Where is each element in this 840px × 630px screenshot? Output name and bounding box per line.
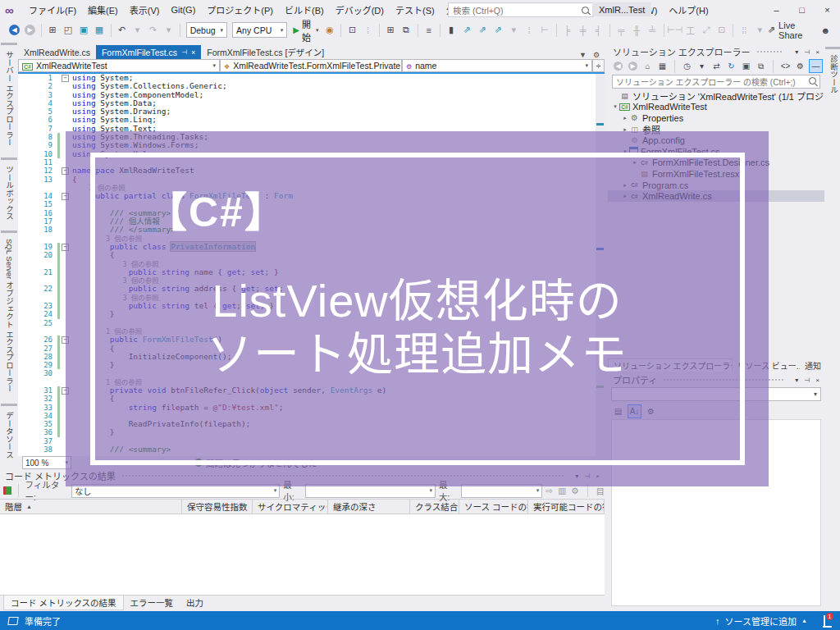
redo-button[interactable]: ↷ — [146, 23, 160, 38]
type-dropdown[interactable]: ❖XmlReadWriteTest.FormXmlFileTest.Privat… — [220, 59, 402, 72]
view-code-icon[interactable]: <> — [779, 60, 792, 72]
menu-item[interactable]: ビルド(B) — [279, 3, 330, 16]
tree-item[interactable]: ▤ソリューション 'XmlReadWriteTest' (1/1 プロジェクト) — [608, 90, 824, 102]
left-dock-tab[interactable]: ツールボックス — [1, 158, 17, 226]
size-to-grid-icon[interactable]: ⊡ — [714, 23, 728, 38]
feedback-person-icon[interactable]: ☻ — [820, 25, 830, 35]
back-icon[interactable]: ◀ — [612, 60, 624, 72]
add-reference-icon[interactable]: ⧉ — [399, 23, 413, 38]
collapse-region-icon[interactable]: − — [62, 75, 69, 82]
export-icon[interactable]: ⇨ — [546, 486, 553, 495]
live-share-button[interactable]: ⇗Live Share — [768, 21, 803, 40]
chevron-down-icon[interactable]: ▾ — [795, 377, 798, 384]
nav-forward-button[interactable]: ▶ — [23, 23, 37, 38]
quick-search-box[interactable]: 検索 (Ctrl+Q) — [448, 2, 594, 17]
chevron-down-icon[interactable]: ▾ — [795, 48, 798, 56]
pending-changes-filter-icon[interactable]: ◷ — [681, 60, 693, 72]
same-size-icon[interactable]: ⤢ — [699, 23, 713, 38]
menu-item[interactable]: ファイル(F) — [23, 3, 82, 16]
close-icon[interactable]: × — [191, 48, 195, 57]
go-to-implementation-icon[interactable]: ⇗ — [476, 23, 490, 38]
menu-item[interactable]: ヘルプ(H) — [663, 3, 714, 16]
redo-dropdown-icon[interactable]: ▾ — [162, 23, 176, 38]
filter-dropdown-icon[interactable]: ▾ — [696, 60, 708, 72]
add-to-source-control-button[interactable]: ソース管理に追加 — [725, 614, 797, 628]
save-button[interactable]: ▣ — [77, 23, 91, 38]
bottom-panel-tab[interactable]: 出力 — [180, 596, 210, 609]
tool-window-tab[interactable]: 通知 — [800, 358, 824, 372]
properties-icon[interactable]: ⚙ — [794, 60, 806, 72]
horizontal-spacing-icon[interactable]: ⁞⁞ — [737, 23, 751, 38]
toolbar-options-icon[interactable]: ▾ — [507, 23, 521, 38]
tab-diagnostic-tools[interactable]: 診断ツール — [825, 47, 840, 100]
copy-view-icon[interactable]: ⧉ — [755, 60, 767, 72]
solution-configuration-dropdown[interactable]: Debug▾ — [186, 22, 227, 38]
metrics-column-header[interactable]: クラス結合 — [410, 500, 459, 514]
pin-icon[interactable]: ⊤ — [803, 377, 810, 383]
metrics-column-header[interactable]: 実行可能コードの行 — [528, 500, 605, 514]
menu-item[interactable]: デバッグ(D) — [330, 3, 390, 16]
project-dropdown[interactable]: C#XmlReadWriteTest ▾ — [18, 59, 220, 72]
tree-item[interactable]: ▸⚙Properties — [608, 112, 824, 124]
forward-icon[interactable]: ▶ — [627, 60, 639, 72]
menu-item[interactable]: プロジェクト(P) — [201, 3, 279, 16]
close-button[interactable]: × — [815, 0, 840, 20]
bottom-panel-tab[interactable]: コード メトリックスの結果 — [3, 596, 124, 610]
guides-icon[interactable]: ⁞ — [523, 23, 536, 38]
left-dock-tab[interactable]: データソース — [1, 404, 17, 464]
close-icon[interactable]: × — [815, 48, 819, 56]
menu-item[interactable]: 表示(V) — [124, 3, 166, 16]
left-dock-tab[interactable]: サーバー エクスプローラー — [1, 43, 17, 153]
zoom-level-dropdown[interactable]: 100 %▾ — [22, 456, 71, 469]
same-width-icon[interactable]: ⊢⊣ — [668, 23, 682, 38]
metrics-column-header[interactable]: 保守容易性指数 — [182, 500, 253, 514]
document-tab[interactable]: XmlReadWrite.cs — [18, 45, 96, 59]
sync-with-active-document-icon[interactable]: ⇄ — [710, 60, 723, 72]
document-list-dropdown-icon[interactable]: ▼ — [579, 51, 587, 59]
bottom-panel-tab[interactable]: エラー一覧 — [124, 596, 180, 609]
open-file-button[interactable]: ◰ — [62, 23, 75, 38]
new-project-button[interactable]: ⊞ — [46, 23, 60, 38]
switch-views-icon[interactable]: ▦ — [656, 60, 669, 72]
go-to-definition-icon[interactable]: ⇗ — [460, 23, 474, 38]
align-bottom-icon[interactable]: ╧ — [646, 23, 660, 38]
metrics-column-header[interactable]: 継承の深さ — [328, 500, 410, 514]
split-editor-button[interactable]: ÷ — [592, 59, 605, 72]
go-to-reference-icon[interactable]: ⇗ — [491, 23, 505, 38]
undo-button[interactable]: ↶ — [115, 23, 129, 38]
bookmark-icon[interactable]: ▮ — [445, 23, 459, 38]
hot-reload-icon[interactable]: ◉ — [322, 23, 336, 38]
tree-item[interactable]: ▾C#XmlReadWriteTest — [608, 102, 824, 113]
anchor-icon[interactable]: ⊢ — [538, 23, 552, 38]
nest-files-icon[interactable]: ▣ — [740, 60, 752, 72]
member-dropdown[interactable]: ⚙name ▾ — [402, 59, 592, 72]
excel-icon[interactable]: ▥ — [558, 486, 566, 495]
find-in-files-icon[interactable]: ⊡ — [345, 23, 359, 38]
align-left-icon[interactable]: ╞ — [560, 23, 574, 38]
home-icon[interactable]: ⌂ — [641, 60, 654, 72]
pin-icon[interactable]: ⊤ — [803, 49, 810, 55]
window-options-icon[interactable]: ⚙ — [593, 51, 600, 59]
pin-icon[interactable]: ⊤ — [180, 49, 188, 55]
document-tab[interactable]: FormXmlFileTest.cs [デザイン] — [201, 45, 330, 59]
menu-item[interactable]: 編集(E) — [82, 3, 124, 16]
more-commands-icon[interactable]: ▾ — [753, 23, 767, 38]
collapse-all-icon[interactable]: — — [809, 59, 823, 73]
settings-gear-icon[interactable]: ⚙ — [571, 486, 578, 495]
nav-back-button[interactable]: ◀ — [7, 23, 21, 38]
start-debug-button[interactable]: ▶開始▾ — [293, 17, 318, 43]
refresh-icon[interactable]: ↻ — [725, 60, 737, 72]
metrics-column-header[interactable]: ソース コードの行 — [459, 500, 528, 514]
tree-expander-icon[interactable]: ▸ — [621, 115, 629, 121]
document-tab[interactable]: FormXmlFileTest.cs⊤× — [96, 45, 201, 59]
undo-dropdown-icon[interactable]: ▾ — [130, 23, 144, 38]
notifications-button[interactable]: 1 — [824, 616, 829, 626]
close-icon[interactable]: × — [815, 377, 819, 384]
metrics-column-header[interactable]: 階層▲ — [0, 500, 182, 514]
same-height-icon[interactable]: 工 — [683, 23, 697, 38]
tree-expander-icon[interactable]: ▾ — [611, 103, 619, 110]
menu-item[interactable]: テスト(S) — [390, 3, 441, 16]
align-center-icon[interactable]: ╪ — [576, 23, 590, 38]
overflow-icon[interactable]: ⁞ — [361, 23, 375, 38]
metrics-column-header[interactable]: サイクロマティック複... — [253, 500, 328, 514]
